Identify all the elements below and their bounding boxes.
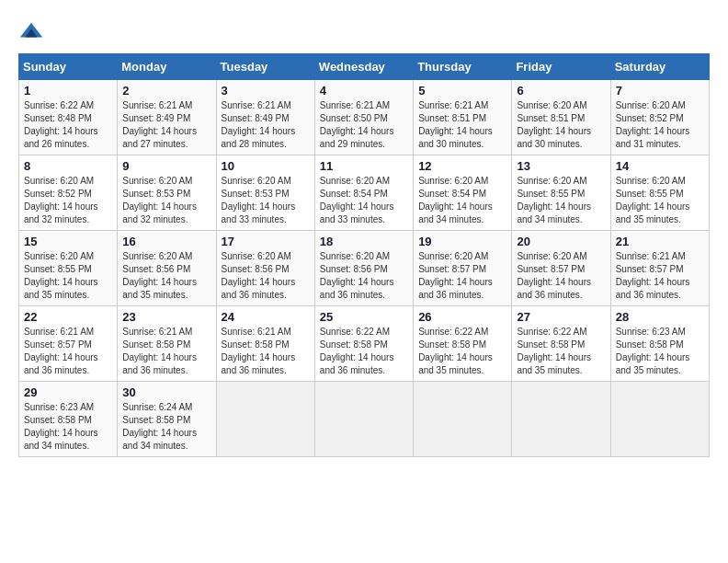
day-info: Sunrise: 6:21 AM Sunset: 8:50 PM Dayligh…: [320, 99, 408, 151]
calendar-table: SundayMondayTuesdayWednesdayThursdayFrid…: [18, 53, 710, 457]
day-number: 21: [616, 235, 704, 248]
calendar-cell: 25 Sunrise: 6:22 AM Sunset: 8:58 PM Dayl…: [314, 306, 413, 382]
day-number: 7: [616, 84, 704, 98]
day-info: Sunrise: 6:21 AM Sunset: 8:57 PM Dayligh…: [616, 250, 704, 302]
day-number: 12: [418, 159, 506, 173]
calendar-cell: 24 Sunrise: 6:21 AM Sunset: 8:58 PM Dayl…: [216, 306, 314, 382]
column-header-wednesday: Wednesday: [314, 54, 413, 80]
day-info: Sunrise: 6:21 AM Sunset: 8:51 PM Dayligh…: [418, 99, 506, 151]
day-info: Sunrise: 6:20 AM Sunset: 8:52 PM Dayligh…: [24, 175, 112, 226]
day-number: 22: [24, 310, 112, 324]
week-row-4: 22 Sunrise: 6:21 AM Sunset: 8:57 PM Dayl…: [19, 306, 710, 382]
calendar-cell: 13 Sunrise: 6:20 AM Sunset: 8:55 PM Dayl…: [512, 155, 610, 231]
calendar-cell: [216, 382, 314, 457]
column-header-monday: Monday: [118, 54, 216, 80]
day-number: 16: [122, 235, 210, 248]
calendar-cell: 11 Sunrise: 6:20 AM Sunset: 8:54 PM Dayl…: [314, 155, 413, 231]
day-info: Sunrise: 6:20 AM Sunset: 8:51 PM Dayligh…: [517, 99, 605, 151]
day-info: Sunrise: 6:21 AM Sunset: 8:49 PM Dayligh…: [122, 99, 210, 151]
calendar-cell: 1 Sunrise: 6:22 AM Sunset: 8:48 PM Dayli…: [19, 80, 118, 155]
day-number: 4: [320, 84, 408, 98]
day-info: Sunrise: 6:24 AM Sunset: 8:58 PM Dayligh…: [122, 401, 210, 453]
day-info: Sunrise: 6:22 AM Sunset: 8:58 PM Dayligh…: [320, 326, 408, 377]
day-info: Sunrise: 6:20 AM Sunset: 8:55 PM Dayligh…: [24, 250, 112, 302]
day-info: Sunrise: 6:20 AM Sunset: 8:55 PM Dayligh…: [517, 175, 605, 226]
column-header-tuesday: Tuesday: [216, 54, 314, 80]
column-header-friday: Friday: [512, 54, 610, 80]
day-number: 24: [222, 310, 310, 324]
calendar-cell: 28 Sunrise: 6:23 AM Sunset: 8:58 PM Dayl…: [610, 306, 709, 382]
calendar-cell: 29 Sunrise: 6:23 AM Sunset: 8:58 PM Dayl…: [19, 382, 118, 457]
calendar-cell: 5 Sunrise: 6:21 AM Sunset: 8:51 PM Dayli…: [414, 80, 512, 155]
day-info: Sunrise: 6:23 AM Sunset: 8:58 PM Dayligh…: [24, 401, 112, 453]
calendar-cell: 21 Sunrise: 6:21 AM Sunset: 8:57 PM Dayl…: [610, 231, 709, 306]
day-info: Sunrise: 6:22 AM Sunset: 8:58 PM Dayligh…: [418, 326, 506, 377]
day-number: 3: [222, 84, 310, 98]
day-info: Sunrise: 6:20 AM Sunset: 8:53 PM Dayligh…: [122, 175, 210, 226]
day-number: 8: [24, 159, 112, 173]
week-row-1: 1 Sunrise: 6:22 AM Sunset: 8:48 PM Dayli…: [19, 80, 710, 155]
calendar-cell: 4 Sunrise: 6:21 AM Sunset: 8:50 PM Dayli…: [314, 80, 413, 155]
logo: [18, 18, 48, 44]
calendar-cell: 9 Sunrise: 6:20 AM Sunset: 8:53 PM Dayli…: [118, 155, 216, 231]
calendar-cell: 26 Sunrise: 6:22 AM Sunset: 8:58 PM Dayl…: [414, 306, 512, 382]
calendar-cell: 12 Sunrise: 6:20 AM Sunset: 8:54 PM Dayl…: [414, 155, 512, 231]
week-row-5: 29 Sunrise: 6:23 AM Sunset: 8:58 PM Dayl…: [19, 382, 710, 457]
day-number: 5: [418, 84, 506, 98]
column-header-saturday: Saturday: [610, 54, 709, 80]
day-info: Sunrise: 6:21 AM Sunset: 8:58 PM Dayligh…: [122, 326, 210, 377]
day-number: 13: [517, 159, 605, 173]
day-number: 11: [320, 159, 408, 173]
calendar-cell: 15 Sunrise: 6:20 AM Sunset: 8:55 PM Dayl…: [19, 231, 118, 306]
day-info: Sunrise: 6:23 AM Sunset: 8:58 PM Dayligh…: [616, 326, 704, 377]
calendar-cell: 2 Sunrise: 6:21 AM Sunset: 8:49 PM Dayli…: [118, 80, 216, 155]
week-row-3: 15 Sunrise: 6:20 AM Sunset: 8:55 PM Dayl…: [19, 231, 710, 306]
day-info: Sunrise: 6:20 AM Sunset: 8:56 PM Dayligh…: [222, 250, 310, 302]
day-number: 28: [616, 310, 704, 324]
day-number: 20: [517, 235, 605, 248]
day-info: Sunrise: 6:20 AM Sunset: 8:54 PM Dayligh…: [320, 175, 408, 226]
day-number: 1: [24, 84, 112, 98]
column-header-sunday: Sunday: [19, 54, 118, 80]
calendar-cell: 7 Sunrise: 6:20 AM Sunset: 8:52 PM Dayli…: [610, 80, 709, 155]
day-number: 23: [122, 310, 210, 324]
calendar-cell: 27 Sunrise: 6:22 AM Sunset: 8:58 PM Dayl…: [512, 306, 610, 382]
calendar-cell: 20 Sunrise: 6:20 AM Sunset: 8:57 PM Dayl…: [512, 231, 610, 306]
calendar-cell: 6 Sunrise: 6:20 AM Sunset: 8:51 PM Dayli…: [512, 80, 610, 155]
week-row-2: 8 Sunrise: 6:20 AM Sunset: 8:52 PM Dayli…: [19, 155, 710, 231]
day-number: 19: [418, 235, 506, 248]
day-info: Sunrise: 6:21 AM Sunset: 8:57 PM Dayligh…: [24, 326, 112, 377]
day-info: Sunrise: 6:20 AM Sunset: 8:56 PM Dayligh…: [320, 250, 408, 302]
calendar-cell: 23 Sunrise: 6:21 AM Sunset: 8:58 PM Dayl…: [118, 306, 216, 382]
calendar-cell: [610, 382, 709, 457]
calendar-cell: 30 Sunrise: 6:24 AM Sunset: 8:58 PM Dayl…: [118, 382, 216, 457]
day-info: Sunrise: 6:20 AM Sunset: 8:55 PM Dayligh…: [616, 175, 704, 226]
calendar-cell: [314, 382, 413, 457]
column-header-thursday: Thursday: [414, 54, 512, 80]
calendar-cell: 14 Sunrise: 6:20 AM Sunset: 8:55 PM Dayl…: [610, 155, 709, 231]
page-header: [18, 18, 710, 44]
day-number: 6: [517, 84, 605, 98]
day-info: Sunrise: 6:20 AM Sunset: 8:57 PM Dayligh…: [517, 250, 605, 302]
day-number: 29: [24, 385, 112, 399]
day-number: 9: [122, 159, 210, 173]
calendar-cell: [512, 382, 610, 457]
calendar-cell: 10 Sunrise: 6:20 AM Sunset: 8:53 PM Dayl…: [216, 155, 314, 231]
day-number: 27: [517, 310, 605, 324]
calendar-cell: 17 Sunrise: 6:20 AM Sunset: 8:56 PM Dayl…: [216, 231, 314, 306]
day-number: 10: [222, 159, 310, 173]
day-info: Sunrise: 6:20 AM Sunset: 8:54 PM Dayligh…: [418, 175, 506, 226]
calendar-cell: 19 Sunrise: 6:20 AM Sunset: 8:57 PM Dayl…: [414, 231, 512, 306]
header-row: SundayMondayTuesdayWednesdayThursdayFrid…: [19, 54, 710, 80]
day-info: Sunrise: 6:21 AM Sunset: 8:49 PM Dayligh…: [222, 99, 310, 151]
day-number: 26: [418, 310, 506, 324]
day-info: Sunrise: 6:22 AM Sunset: 8:58 PM Dayligh…: [517, 326, 605, 377]
calendar-cell: 3 Sunrise: 6:21 AM Sunset: 8:49 PM Dayli…: [216, 80, 314, 155]
calendar-cell: 8 Sunrise: 6:20 AM Sunset: 8:52 PM Dayli…: [19, 155, 118, 231]
day-info: Sunrise: 6:20 AM Sunset: 8:53 PM Dayligh…: [222, 175, 310, 226]
day-number: 17: [222, 235, 310, 248]
day-number: 15: [24, 235, 112, 248]
day-info: Sunrise: 6:22 AM Sunset: 8:48 PM Dayligh…: [24, 99, 112, 151]
day-info: Sunrise: 6:21 AM Sunset: 8:58 PM Dayligh…: [222, 326, 310, 377]
day-number: 2: [122, 84, 210, 98]
